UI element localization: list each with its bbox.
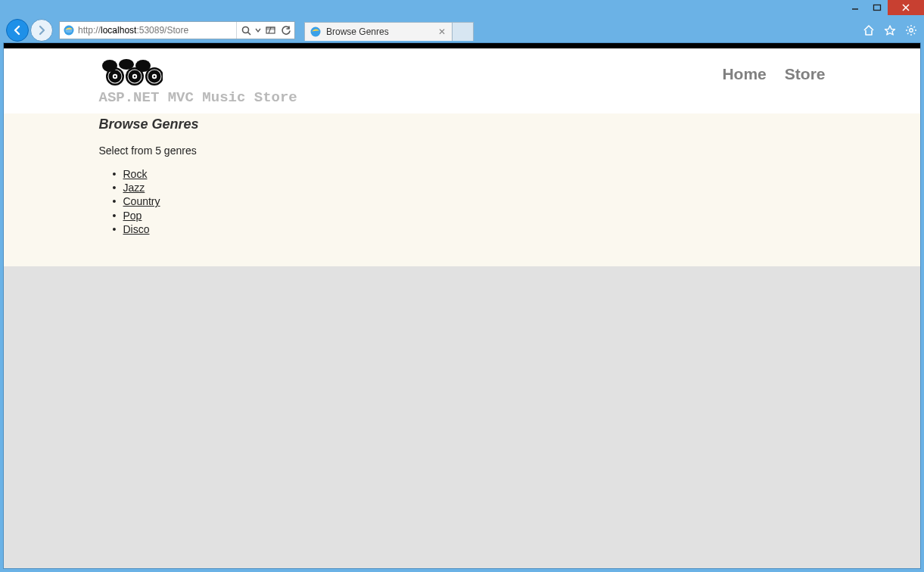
page-top-black-bar: [4, 43, 920, 48]
site-subtitle: ASP.NET MVC Music Store: [99, 89, 297, 106]
search-dropdown-icon[interactable]: [255, 24, 261, 36]
svg-point-27: [153, 76, 155, 78]
site-logo[interactable]: ASP.NET MVC Music Store: [99, 59, 297, 106]
list-item: Country: [123, 194, 826, 208]
genre-list: Rock Jazz Country Pop Disco: [99, 167, 826, 236]
svg-point-30: [135, 60, 151, 72]
svg-point-12: [910, 29, 913, 32]
tab-title: Browse Genres: [326, 26, 389, 37]
address-text: http://localhost:53089/Store: [78, 25, 233, 36]
tools-icon[interactable]: [904, 23, 918, 37]
records-logo-icon: [99, 59, 163, 88]
site-header: ASP.NET MVC Music Store Home Store: [4, 48, 920, 113]
window-titlebar: [0, 0, 924, 20]
new-tab-button[interactable]: [453, 22, 474, 41]
address-bar[interactable]: http://localhost:53089/Store: [59, 21, 295, 39]
window-maximize-button[interactable]: [866, 0, 888, 15]
window-close-button[interactable]: [888, 0, 924, 15]
svg-point-6: [242, 26, 248, 33]
svg-point-29: [119, 59, 134, 70]
list-item: Rock: [123, 167, 826, 181]
genre-link[interactable]: Rock: [123, 168, 148, 180]
tab-strip: Browse Genres ✕: [304, 20, 474, 41]
list-item: Pop: [123, 209, 826, 222]
tab-close-icon[interactable]: ✕: [437, 26, 447, 37]
select-genre-text: Select from 5 genres: [99, 145, 826, 157]
search-icon[interactable]: [240, 24, 252, 36]
content-area: Browse Genres Select from 5 genres Rock …: [4, 113, 920, 266]
svg-point-28: [102, 60, 117, 72]
list-item: Disco: [123, 222, 826, 236]
ie-favicon-icon: [310, 26, 322, 38]
browser-viewport: ASP.NET MVC Music Store Home Store Brows…: [3, 42, 921, 569]
svg-point-17: [114, 76, 116, 78]
top-nav: Home Store: [722, 65, 825, 83]
browser-tab[interactable]: Browse Genres ✕: [304, 22, 453, 41]
genre-link[interactable]: Pop: [123, 210, 142, 222]
svg-point-5: [66, 29, 73, 33]
compat-view-icon[interactable]: [264, 24, 276, 36]
nav-store-link[interactable]: Store: [785, 65, 826, 83]
genre-link[interactable]: Country: [123, 195, 160, 207]
ie-favicon-icon: [63, 24, 75, 36]
favorites-icon[interactable]: [883, 23, 897, 37]
svg-rect-1: [874, 5, 881, 11]
forward-button[interactable]: [30, 19, 53, 42]
list-item: Jazz: [123, 181, 826, 194]
svg-point-22: [133, 76, 135, 78]
svg-marker-11: [885, 26, 895, 35]
genre-link[interactable]: Disco: [123, 223, 150, 235]
svg-line-7: [247, 32, 250, 35]
svg-point-10: [311, 27, 321, 37]
genre-link[interactable]: Jazz: [123, 182, 145, 194]
browser-nav-row: http://localhost:53089/Store: [0, 20, 924, 41]
home-icon[interactable]: [862, 23, 876, 37]
window-minimize-button[interactable]: [844, 0, 866, 15]
back-button[interactable]: [6, 19, 29, 42]
nav-home-link[interactable]: Home: [722, 65, 766, 83]
refresh-icon[interactable]: [279, 24, 291, 36]
page-heading: Browse Genres: [99, 117, 826, 132]
